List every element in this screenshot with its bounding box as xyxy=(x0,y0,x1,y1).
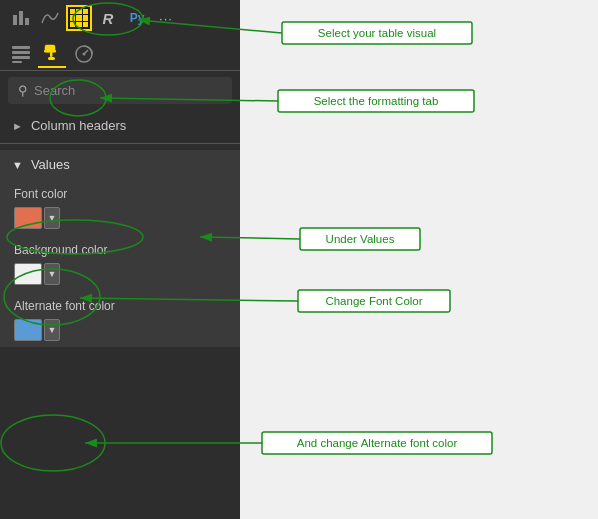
font-color-dropdown-btn[interactable]: ▼ xyxy=(44,207,60,229)
bar-chart-icon[interactable] xyxy=(8,5,34,31)
svg-rect-27 xyxy=(262,432,492,454)
column-headers-label: Column headers xyxy=(31,118,126,133)
values-header[interactable]: ▼ Values xyxy=(0,150,240,179)
svg-rect-15 xyxy=(282,22,472,44)
svg-rect-6 xyxy=(12,61,22,63)
background-color-dropdown-btn[interactable]: ▼ xyxy=(44,263,60,285)
svg-text:And change Alternate font colo: And change Alternate font color xyxy=(297,437,458,449)
table-visual-icon[interactable] xyxy=(66,5,92,31)
visual-type-toolbar: R Py ··· xyxy=(0,0,240,36)
chevron-down-icon: ▼ xyxy=(12,159,23,171)
fields-tab-icon[interactable] xyxy=(8,41,34,67)
column-headers-section[interactable]: ► Column headers xyxy=(0,110,240,141)
search-icon: ⚲ xyxy=(18,83,28,98)
svg-rect-9 xyxy=(50,52,53,57)
svg-text:Select your table visual: Select your table visual xyxy=(318,27,436,39)
divider xyxy=(0,143,240,144)
alternate-color-picker[interactable]: ▼ xyxy=(14,319,226,341)
svg-rect-0 xyxy=(13,15,17,25)
font-color-swatch[interactable] xyxy=(14,207,42,229)
svg-point-13 xyxy=(83,53,86,56)
svg-rect-24 xyxy=(298,290,450,312)
background-color-label: Background color xyxy=(14,243,226,257)
svg-rect-5 xyxy=(12,56,30,59)
background-color-picker[interactable]: ▼ xyxy=(14,263,226,285)
search-input[interactable] xyxy=(34,83,222,98)
format-tab-toolbar xyxy=(0,36,240,71)
font-color-option: Font color ▼ xyxy=(0,179,240,235)
svg-rect-18 xyxy=(278,90,474,112)
alternate-color-dropdown-btn[interactable]: ▼ xyxy=(44,319,60,341)
background-color-option: Background color ▼ xyxy=(0,235,240,291)
font-color-picker[interactable]: ▼ xyxy=(14,207,226,229)
values-label: Values xyxy=(31,157,70,172)
svg-text:Under Values: Under Values xyxy=(326,233,395,245)
search-bar[interactable]: ⚲ xyxy=(8,77,232,104)
svg-rect-1 xyxy=(19,11,23,25)
background-color-swatch[interactable] xyxy=(14,263,42,285)
svg-rect-10 xyxy=(48,57,55,60)
analytics-tab-icon[interactable] xyxy=(70,40,98,68)
more-visuals-icon[interactable]: ··· xyxy=(153,5,179,31)
chevron-right-icon: ► xyxy=(12,120,23,132)
svg-rect-2 xyxy=(25,18,29,25)
py-icon[interactable]: Py xyxy=(124,5,150,31)
svg-rect-4 xyxy=(12,51,30,54)
alternate-font-color-label: Alternate font color xyxy=(14,299,226,313)
r-icon[interactable]: R xyxy=(95,5,121,31)
svg-rect-8 xyxy=(44,50,56,53)
svg-text:Change Font Color: Change Font Color xyxy=(325,295,422,307)
svg-rect-3 xyxy=(12,46,30,49)
left-panel: R Py ··· xyxy=(0,0,240,519)
svg-text:Select the formatting tab: Select the formatting tab xyxy=(314,95,439,107)
values-section: ▼ Values Font color ▼ Background color ▼… xyxy=(0,150,240,347)
curve-chart-icon[interactable] xyxy=(37,5,63,31)
alternate-color-swatch[interactable] xyxy=(14,319,42,341)
svg-rect-21 xyxy=(300,228,420,250)
format-tab-icon[interactable] xyxy=(38,40,66,68)
font-color-label: Font color xyxy=(14,187,226,201)
alternate-font-color-option: Alternate font color ▼ xyxy=(0,291,240,347)
